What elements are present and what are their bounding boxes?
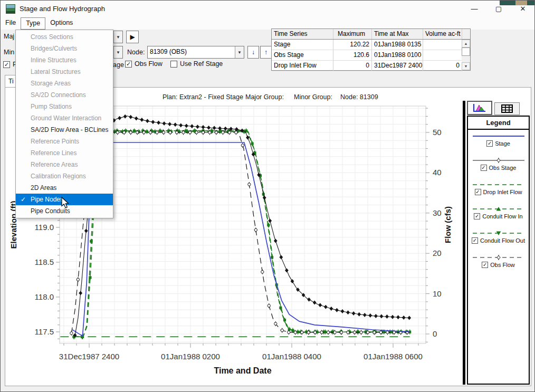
summary-col-header: Time Series (272, 29, 333, 39)
legend-entry: ✓Obs Stage (468, 156, 529, 178)
svg-text:118.5: 118.5 (35, 257, 54, 266)
scroll-down-icon[interactable]: ▼ (462, 62, 470, 70)
legend-sample-line (471, 132, 526, 140)
check-spacer (16, 43, 31, 54)
checkbox-checked-icon: ✓ (125, 61, 132, 68)
legend-entry-row[interactable]: ✓Obs Flow (468, 262, 529, 268)
checkbox-checked-icon[interactable]: ✓ (486, 140, 493, 147)
summary-col-header: Maximum (333, 29, 372, 39)
svg-text:117.5: 117.5 (35, 327, 54, 336)
check-spacer (16, 89, 31, 101)
title-bar: Stage and Flow Hydrograph — ▢ ✕ (1, 1, 534, 17)
type-menu-item-label: Reference Points (31, 136, 79, 147)
check-spacer (16, 205, 31, 217)
type-menu-item[interactable]: SA/2D Connections (16, 89, 113, 101)
check-spacer (16, 78, 31, 89)
type-menu-item[interactable]: SA/2D Flow Area - BCLines (16, 124, 113, 136)
type-menu-item[interactable]: Bridges/Culverts (16, 43, 113, 54)
plot-icon (472, 103, 487, 113)
checkbox-checked-icon[interactable]: ✓ (475, 189, 481, 195)
stage-flow-hydrograph-window: { "window": { "title": "Stage and Flow H… (0, 0, 535, 392)
summary-table-header: Time SeriesMaximumTime at MaxVolume ac-f… (272, 29, 470, 40)
legend-entry-row[interactable]: ✓Stage (468, 140, 529, 147)
check-spacer (16, 66, 31, 78)
chevron-down-icon[interactable]: ▼ (235, 46, 244, 58)
time-series-tab-fragment[interactable]: Ti (5, 75, 16, 88)
svg-text:20: 20 (433, 248, 442, 257)
legend-entry: ✓Stage (468, 132, 529, 154)
legend-sample-line (471, 180, 526, 189)
table-scrollbar[interactable]: ▲ ▼ (462, 40, 470, 70)
type-menu-item[interactable]: Reference Lines (16, 147, 113, 159)
node-combobox[interactable]: 81309 (OBS) ▼ (147, 46, 244, 59)
legend-entry-row[interactable]: ✓Conduit Flow In (468, 213, 529, 219)
app-icon (6, 4, 15, 14)
use-ref-stage-checkbox[interactable]: Use Ref Stage (170, 60, 223, 68)
checkbox-checked-icon[interactable]: ✓ (482, 262, 488, 268)
major-group-label-fragment: Maj (4, 33, 14, 40)
type-menu-item-label: Lateral Structures (31, 66, 81, 78)
obs-flow-checkbox[interactable]: ✓ Obs Flow (125, 60, 163, 68)
svg-text:0: 0 (433, 329, 437, 338)
node-title: Node: 81309 (340, 93, 378, 101)
svg-text:01Jan1988 0200: 01Jan1988 0200 (161, 352, 220, 361)
type-menu-item-label: Pump Stations (31, 101, 72, 112)
scrollbar-thumb[interactable] (462, 47, 470, 56)
chevron-down-icon[interactable]: ▼ (113, 31, 122, 43)
table-cell: 0 (423, 61, 462, 71)
svg-text:31Dec1987 2400: 31Dec1987 2400 (59, 352, 119, 361)
type-menu-item-label: Inline Structures (31, 54, 77, 66)
header-stub (462, 29, 470, 39)
scroll-up-icon[interactable]: ▲ (462, 40, 470, 47)
previous-node-button[interactable]: ↑ (260, 46, 272, 59)
table-row[interactable]: Obs Stage120.601Jan1988 0100 (272, 50, 470, 61)
table-cell (423, 40, 462, 50)
type-menu-item[interactable]: Calibration Regions (16, 170, 113, 182)
legend-entry-label: Stage (495, 140, 510, 147)
type-menu-item[interactable]: Ground Water Interaction (16, 112, 113, 124)
table-row[interactable]: Stage120.2201Jan1988 0135 (272, 40, 470, 50)
check-spacer (16, 54, 31, 66)
svg-text:10: 10 (433, 289, 442, 298)
type-menu-item-label: Storage Areas (31, 78, 71, 89)
legend-entry-row[interactable]: ✓Conduit Flow Out (468, 237, 529, 244)
menu-file[interactable]: File (1, 17, 21, 30)
node-label: Node: (127, 49, 145, 56)
type-menu-item-label: Bridges/Culverts (31, 43, 77, 54)
minimize-button[interactable]: — (462, 1, 486, 16)
checkmark-icon: ✓ (16, 194, 31, 205)
legend-divider-bar (463, 101, 465, 385)
type-menu-item-label: Reference Areas (31, 159, 78, 170)
menu-type[interactable]: Type (21, 17, 45, 30)
minor-group-title: Minor Group: (294, 93, 332, 101)
legend-entry: ✓Drop Inlet Flow (468, 180, 529, 203)
type-menu-item[interactable]: Inline Structures (16, 54, 113, 66)
type-menu-item-label: Ground Water Interaction (31, 112, 101, 124)
checkbox-checked-icon[interactable]: ✓ (474, 213, 480, 219)
svg-text:40: 40 (433, 168, 442, 177)
type-menu-item[interactable]: Reference Points (16, 136, 113, 147)
type-menu-item[interactable]: Lateral Structures (16, 66, 113, 78)
tab-plot-view[interactable] (467, 101, 492, 115)
type-menu-item[interactable]: 2D Areas (16, 182, 113, 194)
node-value: 81309 (OBS) (148, 46, 235, 58)
menu-bar: File Type Options (1, 17, 534, 30)
legend-entry: ✓Conduit Flow Out (468, 229, 529, 251)
next-node-button[interactable]: ↓ (247, 46, 259, 59)
type-menu-item-label: Cross Sections (31, 31, 73, 43)
checkbox-checked-icon[interactable]: ✓ (481, 165, 487, 171)
tab-table-view[interactable] (494, 102, 520, 115)
play-button[interactable]: ▶ (126, 31, 139, 43)
type-menu-item[interactable]: Reference Areas (16, 159, 113, 170)
menu-options[interactable]: Options (45, 17, 78, 30)
legend-entry-row[interactable]: ✓Obs Stage (468, 165, 529, 171)
legend-entry-row[interactable]: ✓Drop Inlet Flow (468, 189, 529, 195)
table-row[interactable]: Drop Inlet Flow031Dec1987 24000 (272, 61, 470, 71)
type-menu-item[interactable]: Pump Stations (16, 101, 113, 112)
legend-entry-label: Conduit Flow In (482, 213, 522, 219)
chevron-down-icon[interactable]: ▼ (113, 46, 122, 58)
checkbox-checked-icon[interactable]: ✓ (472, 237, 478, 244)
type-menu-item[interactable]: Cross Sections (16, 31, 113, 43)
type-menu-item[interactable]: Storage Areas (16, 78, 113, 89)
legend-entry-label: Obs Flow (490, 262, 514, 268)
